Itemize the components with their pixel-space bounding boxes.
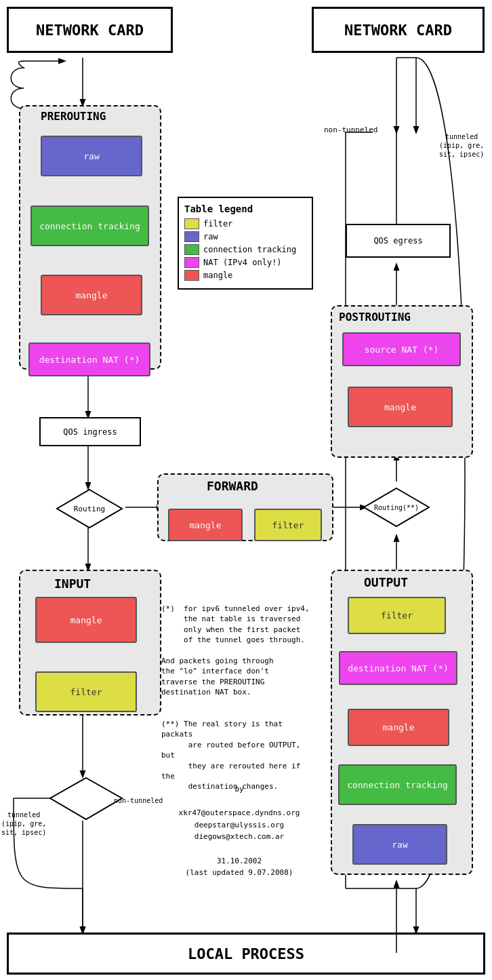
credits: by xkr47@outerspace.dyndns.org deepstar@… — [161, 783, 317, 879]
conn-swatch — [184, 244, 199, 255]
legend-mangle: mangle — [184, 270, 306, 281]
output-raw: raw — [352, 824, 447, 865]
tunneled-label-right: tunneled (ipip, gre, sit, ipsec) — [439, 132, 484, 159]
legend-raw: raw — [184, 231, 306, 242]
nat-swatch — [184, 257, 199, 268]
non-tunneled-label-right: non-tunneled — [324, 125, 377, 134]
forward-mangle: mangle — [168, 509, 243, 541]
network-card-right: NETWORK CARD — [312, 7, 485, 53]
input-title: INPUT — [54, 576, 91, 591]
prerouting-raw: raw — [41, 136, 142, 176]
prerouting-dest-nat: destination NAT (*) — [28, 342, 150, 376]
note-star: (*) for ipv6 tunneled over ipv4, the nat… — [161, 604, 317, 698]
input-filter: filter — [35, 671, 137, 712]
prerouting-conn-tracking: connection tracking — [30, 205, 149, 246]
postrouting-title: POSTROUTING — [339, 311, 411, 324]
legend: Table legend filter raw connection track… — [178, 197, 313, 290]
postrouting-section — [331, 305, 473, 458]
qos-egress: QOS egress — [346, 224, 451, 258]
routing-double-diamond: Routing(**) — [363, 487, 430, 528]
forward-filter: filter — [254, 509, 322, 541]
non-tunneled-label-left: non-tunneled — [114, 797, 163, 804]
network-card-left: NETWORK CARD — [7, 7, 173, 53]
legend-conn: connection tracking — [184, 244, 306, 255]
legend-nat: NAT (IPv4 only!) — [184, 257, 306, 268]
qos-ingress: QOS ingress — [39, 417, 141, 446]
filter-swatch — [184, 218, 199, 229]
prerouting-title: PREROUTING — [41, 110, 106, 123]
routing-diamond: Routing — [56, 488, 123, 529]
legend-title: Table legend — [184, 203, 306, 214]
output-conn-tracking: connection tracking — [338, 764, 457, 805]
prerouting-mangle: mangle — [41, 275, 142, 315]
mangle-swatch — [184, 270, 199, 281]
forward-title: FORWARD — [207, 479, 258, 493]
input-mangle: mangle — [35, 597, 137, 643]
svg-marker-34 — [50, 778, 122, 819]
bottom-routing-diamond — [49, 777, 123, 821]
output-mangle: mangle — [348, 709, 449, 746]
note-double-star: (**) The real story is that packats are … — [161, 719, 317, 792]
output-dest-nat: destination NAT (*) — [339, 651, 457, 685]
output-filter: filter — [348, 597, 446, 634]
output-title: OUTPUT — [364, 575, 408, 589]
postrouting-source-nat: source NAT (*) — [342, 332, 461, 366]
raw-swatch — [184, 231, 199, 242]
postrouting-mangle: mangle — [348, 387, 453, 427]
tunneled-label-left: tunneled (ipip, gre, sit, ipsec) — [1, 810, 46, 837]
legend-filter: filter — [184, 218, 306, 229]
local-process: LOCAL PROCESS — [7, 933, 485, 975]
